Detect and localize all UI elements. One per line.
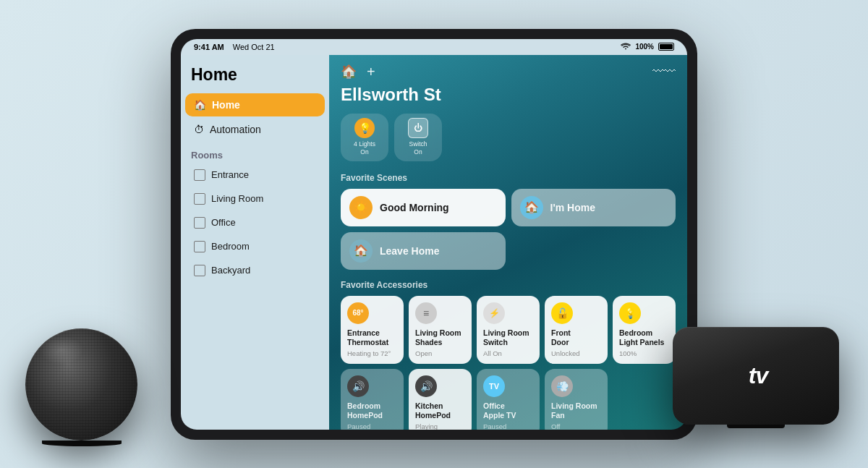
scene-im-home[interactable]: 🏠 I'm Home xyxy=(511,189,676,226)
home-name: Ellsworth St xyxy=(341,85,676,105)
shades-name: Living RoomShades xyxy=(415,328,465,348)
sidebar-home-label: Home xyxy=(212,99,240,111)
office-tv-status: Paused xyxy=(483,422,533,429)
fan-name: Living RoomFan xyxy=(551,401,601,421)
bedroom-homepod-status: Paused xyxy=(347,422,397,429)
sidebar-item-automation[interactable]: ⏱ Automation xyxy=(185,118,325,141)
sidebar-room-backyard[interactable]: Backyard xyxy=(185,259,325,282)
sidebar-room-office[interactable]: Office xyxy=(185,211,325,234)
scenes-row1: ☀️ Good Morning 🏠 I'm Home xyxy=(341,189,676,226)
quick-tiles: 💡 4 LightsOn ⏻ SwitchOn xyxy=(341,114,676,161)
light-panels-name: BedroomLight Panels xyxy=(619,328,669,348)
scene-leave-home[interactable]: 🏠 Leave Home xyxy=(341,232,506,270)
add-icon[interactable]: + xyxy=(367,64,375,80)
switch-tile-label: SwitchOn xyxy=(409,140,427,156)
ipad: 9:41 AM Wed Oct 21 100% xyxy=(171,29,697,440)
sidebar: Home 🏠 Home ⏱ Automation xyxy=(181,55,329,430)
switch-tile[interactable]: ⏻ SwitchOn xyxy=(394,114,442,161)
room-label-backyard: Backyard xyxy=(211,265,250,276)
shades-status: Open xyxy=(415,349,465,357)
battery-label: 100% xyxy=(635,43,654,51)
accessories-section-title: Favorite Accessories xyxy=(341,280,676,290)
im-home-label: I'm Home xyxy=(550,202,595,213)
office-tv-name: OfficeApple TV xyxy=(483,401,533,421)
sidebar-room-entrance[interactable]: Entrance xyxy=(185,163,325,187)
acc-shades[interactable]: ≡ Living RoomShades Open xyxy=(409,296,472,364)
lights-tile[interactable]: 💡 4 LightsOn xyxy=(341,114,388,161)
accessories-row1: 68° EntranceThermostat Heating to 72° ≡ … xyxy=(341,296,676,364)
good-morning-icon: ☀️ xyxy=(349,196,373,219)
acc-thermostat[interactable]: 68° EntranceThermostat Heating to 72° xyxy=(341,296,404,364)
wifi-icon xyxy=(621,43,631,51)
acc-switch[interactable]: ⚡ Living RoomSwitch All On xyxy=(477,296,540,364)
im-home-icon: 🏠 xyxy=(520,196,543,219)
acc-fan[interactable]: 💨 Living RoomFan Off xyxy=(545,369,608,430)
accessories-row2: 🔊 BedroomHomePod Paused 🔊 KitchenHomePod… xyxy=(341,369,676,430)
sidebar-item-home[interactable]: 🏠 Home xyxy=(185,93,325,116)
switch-status: All On xyxy=(483,349,533,357)
thermostat-name: EntranceThermostat xyxy=(347,328,397,348)
leave-home-icon: 🏠 xyxy=(349,239,373,263)
acc-empty xyxy=(613,369,676,430)
status-time: 9:41 AM xyxy=(194,43,224,51)
acc-bedroom-homepod[interactable]: 🔊 BedroomHomePod Paused xyxy=(341,369,404,430)
apple-tv: tv xyxy=(673,327,839,428)
room-label-bedroom: Bedroom xyxy=(211,241,250,252)
room-icon xyxy=(194,169,205,181)
light-panels-status: 100% xyxy=(619,349,669,357)
room-label-office: Office xyxy=(211,217,236,228)
switch-name: Living RoomSwitch xyxy=(483,328,533,348)
sidebar-rooms-title: Rooms xyxy=(181,145,329,163)
acc-front-door[interactable]: 🔓 FrontDoor Unlocked xyxy=(545,296,608,364)
room-icon xyxy=(194,217,205,229)
kitchen-homepod-status: Playing xyxy=(415,422,465,429)
acc-kitchen-homepod[interactable]: 🔊 KitchenHomePod Playing xyxy=(409,369,472,430)
scene-good-morning[interactable]: ☀️ Good Morning xyxy=(341,189,506,226)
home-nav-icon: 🏠 xyxy=(194,99,206,111)
kitchen-homepod-name: KitchenHomePod xyxy=(415,401,465,421)
sidebar-room-bedroom[interactable]: Bedroom xyxy=(185,235,325,258)
thermostat-status: Heating to 72° xyxy=(347,349,397,357)
status-bar: 9:41 AM Wed Oct 21 100% xyxy=(181,39,687,55)
door-name: FrontDoor xyxy=(551,328,601,348)
room-label-entrance: Entrance xyxy=(211,169,249,180)
good-morning-label: Good Morning xyxy=(380,202,449,213)
main-panel: 🏠 + 〰〰 Ellsworth St 💡 4 LightsOn xyxy=(329,55,687,430)
room-icon xyxy=(194,241,205,252)
acc-light-panels[interactable]: 💡 BedroomLight Panels 100% xyxy=(613,296,676,364)
room-label-livingroom: Living Room xyxy=(211,193,263,204)
leave-home-label: Leave Home xyxy=(380,245,439,257)
acc-office-appletv[interactable]: TV OfficeApple TV Paused xyxy=(477,369,540,430)
siri-waves-icon[interactable]: 〰〰 xyxy=(652,65,676,78)
home-icon[interactable]: 🏠 xyxy=(341,64,357,80)
sidebar-title: Home xyxy=(181,65,329,93)
toolbar: 🏠 + 〰〰 xyxy=(341,64,676,80)
room-icon xyxy=(194,193,205,205)
status-date: Wed Oct 21 xyxy=(233,43,275,51)
fan-status: Off xyxy=(551,422,601,429)
automation-nav-icon: ⏱ xyxy=(194,124,204,135)
scenes-section-title: Favorite Scenes xyxy=(341,173,676,183)
room-icon xyxy=(194,265,205,276)
door-status: Unlocked xyxy=(551,349,601,357)
bedroom-homepod-name: BedroomHomePod xyxy=(347,401,397,421)
sidebar-automation-label: Automation xyxy=(210,124,261,135)
lights-tile-label: 4 LightsOn xyxy=(354,140,375,156)
sidebar-room-livingroom[interactable]: Living Room xyxy=(185,187,325,210)
homepod-mini xyxy=(25,328,137,446)
